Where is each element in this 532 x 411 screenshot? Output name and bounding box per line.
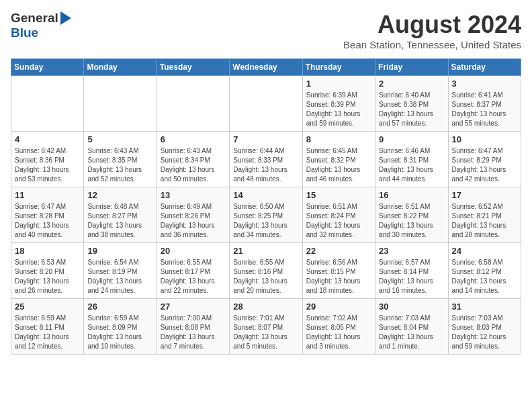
calendar-cell: 16Sunrise: 6:51 AM Sunset: 8:22 PM Dayli… <box>375 187 448 243</box>
day-number: 31 <box>452 302 517 312</box>
day-number: 7 <box>233 134 298 144</box>
day-info: Sunrise: 7:01 AM Sunset: 8:07 PM Dayligh… <box>233 314 298 351</box>
day-info: Sunrise: 6:55 AM Sunset: 8:17 PM Dayligh… <box>161 258 226 295</box>
calendar-cell: 4Sunrise: 6:42 AM Sunset: 8:36 PM Daylig… <box>11 132 84 187</box>
day-number: 19 <box>87 246 152 256</box>
calendar-cell: 29Sunrise: 7:02 AM Sunset: 8:05 PM Dayli… <box>302 299 375 355</box>
calendar-cell: 2Sunrise: 6:40 AM Sunset: 8:38 PM Daylig… <box>375 76 448 132</box>
day-number: 23 <box>379 246 444 256</box>
day-info: Sunrise: 6:48 AM Sunset: 8:27 PM Dayligh… <box>87 202 152 240</box>
day-info: Sunrise: 6:39 AM Sunset: 8:39 PM Dayligh… <box>306 91 371 128</box>
day-number: 26 <box>87 302 152 312</box>
calendar-cell <box>157 76 229 132</box>
day-number: 14 <box>233 190 298 200</box>
day-header-sunday: Sunday <box>11 59 84 76</box>
calendar-cell: 13Sunrise: 6:49 AM Sunset: 8:26 PM Dayli… <box>157 187 229 243</box>
calendar-cell: 19Sunrise: 6:54 AM Sunset: 8:19 PM Dayli… <box>84 243 157 299</box>
day-number: 4 <box>15 134 80 144</box>
calendar-cell: 20Sunrise: 6:55 AM Sunset: 8:17 PM Dayli… <box>157 243 229 299</box>
calendar-cell: 25Sunrise: 6:59 AM Sunset: 8:11 PM Dayli… <box>11 299 84 355</box>
month-title: August 2024 <box>343 11 521 39</box>
calendar-cell: 23Sunrise: 6:57 AM Sunset: 8:14 PM Dayli… <box>375 243 448 299</box>
logo-blue-text: Blue <box>11 26 38 40</box>
day-info: Sunrise: 6:43 AM Sunset: 8:34 PM Dayligh… <box>161 146 226 184</box>
day-number: 21 <box>233 246 298 256</box>
day-number: 22 <box>306 246 371 256</box>
calendar-cell: 18Sunrise: 6:53 AM Sunset: 8:20 PM Dayli… <box>11 243 84 299</box>
calendar-cell: 7Sunrise: 6:44 AM Sunset: 8:33 PM Daylig… <box>230 132 302 187</box>
calendar-cell: 1Sunrise: 6:39 AM Sunset: 8:39 PM Daylig… <box>302 76 375 132</box>
calendar-week-2: 4Sunrise: 6:42 AM Sunset: 8:36 PM Daylig… <box>11 132 521 187</box>
day-info: Sunrise: 7:03 AM Sunset: 8:03 PM Dayligh… <box>452 314 517 351</box>
day-info: Sunrise: 6:51 AM Sunset: 8:24 PM Dayligh… <box>306 202 371 240</box>
calendar-cell: 8Sunrise: 6:45 AM Sunset: 8:32 PM Daylig… <box>302 132 375 187</box>
location-text: Bean Station, Tennessee, United States <box>343 39 521 50</box>
day-header-thursday: Thursday <box>302 59 375 76</box>
day-number: 15 <box>306 190 371 200</box>
day-number: 29 <box>306 302 371 312</box>
day-number: 3 <box>452 79 517 89</box>
day-info: Sunrise: 6:45 AM Sunset: 8:32 PM Dayligh… <box>306 146 371 184</box>
calendar-cell: 12Sunrise: 6:48 AM Sunset: 8:27 PM Dayli… <box>84 187 157 243</box>
calendar-cell: 22Sunrise: 6:56 AM Sunset: 8:15 PM Dayli… <box>302 243 375 299</box>
calendar-week-4: 18Sunrise: 6:53 AM Sunset: 8:20 PM Dayli… <box>11 243 521 299</box>
day-number: 6 <box>161 134 226 144</box>
day-info: Sunrise: 6:47 AM Sunset: 8:28 PM Dayligh… <box>15 202 80 240</box>
day-info: Sunrise: 6:52 AM Sunset: 8:21 PM Dayligh… <box>452 202 517 240</box>
day-number: 1 <box>306 79 371 89</box>
page-header: General Blue August 2024 Bean Station, T… <box>11 11 521 50</box>
calendar-cell: 27Sunrise: 7:00 AM Sunset: 8:08 PM Dayli… <box>157 299 229 355</box>
day-number: 13 <box>161 190 226 200</box>
calendar-week-5: 25Sunrise: 6:59 AM Sunset: 8:11 PM Dayli… <box>11 299 521 355</box>
logo-arrow-icon <box>60 11 71 25</box>
day-info: Sunrise: 6:47 AM Sunset: 8:29 PM Dayligh… <box>452 146 517 184</box>
day-number: 24 <box>452 246 517 256</box>
day-number: 8 <box>306 134 371 144</box>
calendar-cell: 9Sunrise: 6:46 AM Sunset: 8:31 PM Daylig… <box>375 132 448 187</box>
day-info: Sunrise: 6:44 AM Sunset: 8:33 PM Dayligh… <box>233 146 298 184</box>
day-number: 18 <box>15 246 80 256</box>
day-number: 30 <box>379 302 444 312</box>
day-number: 11 <box>15 190 80 200</box>
calendar-cell <box>84 76 157 132</box>
day-info: Sunrise: 6:40 AM Sunset: 8:38 PM Dayligh… <box>379 91 444 128</box>
calendar-cell: 14Sunrise: 6:50 AM Sunset: 8:25 PM Dayli… <box>230 187 302 243</box>
day-info: Sunrise: 6:59 AM Sunset: 8:11 PM Dayligh… <box>15 314 80 351</box>
day-info: Sunrise: 6:43 AM Sunset: 8:35 PM Dayligh… <box>87 146 152 184</box>
day-number: 28 <box>233 302 298 312</box>
calendar-cell: 11Sunrise: 6:47 AM Sunset: 8:28 PM Dayli… <box>11 187 84 243</box>
day-info: Sunrise: 6:54 AM Sunset: 8:19 PM Dayligh… <box>87 258 152 295</box>
day-info: Sunrise: 7:03 AM Sunset: 8:04 PM Dayligh… <box>379 314 444 351</box>
day-number: 10 <box>452 134 517 144</box>
day-number: 27 <box>161 302 226 312</box>
day-info: Sunrise: 6:57 AM Sunset: 8:14 PM Dayligh… <box>379 258 444 295</box>
day-number: 2 <box>379 79 444 89</box>
day-info: Sunrise: 6:59 AM Sunset: 8:09 PM Dayligh… <box>87 314 152 351</box>
logo: General Blue <box>11 11 71 40</box>
calendar-cell: 26Sunrise: 6:59 AM Sunset: 8:09 PM Dayli… <box>84 299 157 355</box>
day-info: Sunrise: 6:58 AM Sunset: 8:12 PM Dayligh… <box>452 258 517 295</box>
calendar-cell: 31Sunrise: 7:03 AM Sunset: 8:03 PM Dayli… <box>448 299 521 355</box>
day-info: Sunrise: 6:50 AM Sunset: 8:25 PM Dayligh… <box>233 202 298 240</box>
day-number: 25 <box>15 302 80 312</box>
calendar-header-row: SundayMondayTuesdayWednesdayThursdayFrid… <box>11 59 521 76</box>
day-number: 17 <box>452 190 517 200</box>
calendar-cell: 24Sunrise: 6:58 AM Sunset: 8:12 PM Dayli… <box>448 243 521 299</box>
day-header-monday: Monday <box>84 59 157 76</box>
day-info: Sunrise: 7:02 AM Sunset: 8:05 PM Dayligh… <box>306 314 371 351</box>
day-info: Sunrise: 6:53 AM Sunset: 8:20 PM Dayligh… <box>15 258 80 295</box>
calendar-week-1: 1Sunrise: 6:39 AM Sunset: 8:39 PM Daylig… <box>11 76 521 132</box>
day-number: 5 <box>87 134 152 144</box>
day-info: Sunrise: 6:51 AM Sunset: 8:22 PM Dayligh… <box>379 202 444 240</box>
calendar-cell <box>11 76 84 132</box>
day-info: Sunrise: 7:00 AM Sunset: 8:08 PM Dayligh… <box>161 314 226 351</box>
day-info: Sunrise: 6:42 AM Sunset: 8:36 PM Dayligh… <box>15 146 80 184</box>
day-info: Sunrise: 6:46 AM Sunset: 8:31 PM Dayligh… <box>379 146 444 184</box>
day-info: Sunrise: 6:56 AM Sunset: 8:15 PM Dayligh… <box>306 258 371 295</box>
day-number: 12 <box>87 190 152 200</box>
day-number: 20 <box>161 246 226 256</box>
day-header-wednesday: Wednesday <box>230 59 302 76</box>
day-number: 9 <box>379 134 444 144</box>
calendar-cell: 5Sunrise: 6:43 AM Sunset: 8:35 PM Daylig… <box>84 132 157 187</box>
day-info: Sunrise: 6:49 AM Sunset: 8:26 PM Dayligh… <box>161 202 226 240</box>
